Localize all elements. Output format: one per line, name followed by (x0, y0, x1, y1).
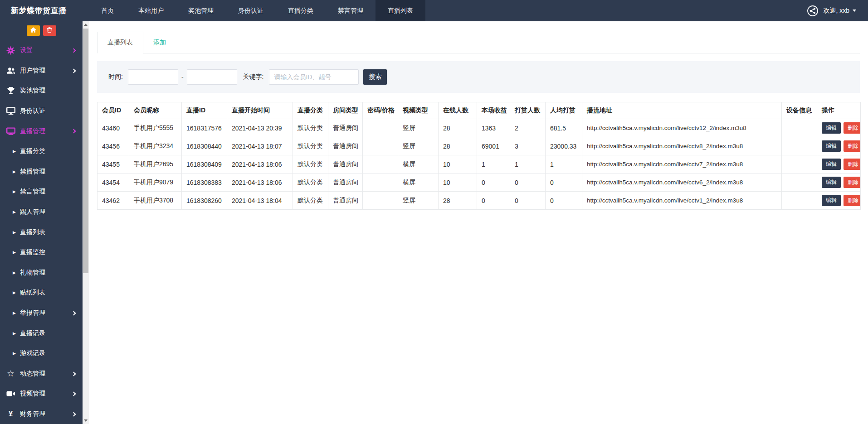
table-cell: 10 (439, 155, 477, 173)
search-button[interactable]: 搜索 (363, 69, 387, 85)
edit-button[interactable]: 编辑 (822, 195, 841, 206)
topbar: 新梦蝶带货直播 首页本站用户奖池管理身份认证直播分类禁言管理直播列表 欢迎, x… (0, 0, 868, 21)
star-icon: ☆ (6, 369, 15, 378)
table-cell: 1 (477, 155, 510, 173)
sidebar-item[interactable]: ▶直播监控 (0, 242, 83, 263)
sidebar-item-label: 禁言管理 (20, 188, 76, 196)
triangle-right-icon: ▶ (13, 270, 16, 275)
user-menu[interactable]: 欢迎, xxb (823, 7, 856, 15)
sidebar-item[interactable]: 设置 (0, 40, 83, 61)
table-cell: 手机用户3234 (129, 137, 182, 155)
sidebar-item[interactable]: ▶游戏记录 (0, 343, 83, 364)
sidebar-item[interactable]: ▶直播记录 (0, 323, 83, 343)
sidebar-scrollbar[interactable] (83, 21, 89, 424)
scroll-up-arrow[interactable] (83, 21, 89, 28)
table-cell: 手机用户9079 (129, 173, 182, 192)
scroll-down-arrow[interactable] (83, 417, 89, 424)
triangle-right-icon: ▶ (13, 169, 16, 174)
monitor-icon (6, 106, 15, 116)
table-cell (363, 192, 398, 210)
delete-button[interactable]: 删除 (844, 159, 861, 170)
sidebar-item[interactable]: ☆动态管理 (0, 364, 83, 384)
edit-button[interactable]: 编辑 (822, 177, 841, 188)
table-cell: 2021-04-13 18:06 (227, 173, 293, 192)
table-cell: 2 (510, 119, 546, 137)
scrollbar-thumb[interactable] (83, 29, 88, 273)
share-globe-icon[interactable] (807, 5, 819, 17)
trash-button[interactable] (43, 25, 56, 36)
delete-button[interactable]: 删除 (844, 122, 861, 134)
column-header: 直播分类 (293, 102, 328, 119)
sidebar-item[interactable]: ▶贴纸列表 (0, 283, 83, 303)
sidebar-item[interactable]: ▶直播分类 (0, 141, 83, 162)
table-cell: 1618308440 (182, 137, 227, 155)
table-cell: 手机用户2695 (129, 155, 182, 173)
edit-button[interactable]: 编辑 (822, 159, 841, 170)
sidebar-item-label: 贴纸列表 (20, 289, 76, 297)
table-cell: 横屏 (398, 173, 439, 192)
triangle-right-icon: ▶ (13, 230, 16, 235)
table-cell: 43456 (98, 137, 129, 155)
table-cell: 23000.33 (546, 137, 582, 155)
edit-button[interactable]: 编辑 (822, 140, 841, 152)
table-cell: 28 (439, 192, 477, 210)
filter-bar: 时间: - 关键字: 搜索 (97, 61, 860, 93)
sidebar-item[interactable]: ▶举报管理 (0, 303, 83, 323)
table-cell: 69001 (477, 137, 510, 155)
column-header: 设备信息 (782, 102, 817, 119)
sidebar-item[interactable]: ▶礼物管理 (0, 263, 83, 283)
main-content: 直播列表添加 时间: - 关键字: 搜索 会员ID会员昵称直播ID直播开始时间直… (89, 21, 868, 424)
sidebar-item[interactable]: ¥财务管理 (0, 404, 83, 424)
user-welcome-label: 欢迎, xxb (823, 7, 849, 15)
sidebar-item-label: 用户管理 (20, 67, 76, 75)
table-cell: 2021-04-13 20:39 (227, 119, 293, 137)
top-nav-item[interactable]: 首页 (89, 0, 126, 21)
gears-icon (6, 46, 15, 55)
sidebar-item[interactable]: 视频管理 (0, 384, 83, 404)
triangle-right-icon: ▶ (13, 351, 16, 356)
triangle-right-icon: ▶ (13, 250, 16, 255)
keyword-input[interactable] (269, 69, 359, 85)
top-nav-item[interactable]: 禁言管理 (326, 0, 375, 21)
sidebar-menu: 设置用户管理奖池管理身份认证直播管理▶直播分类▶禁播管理▶禁言管理▶踢人管理▶直… (0, 40, 83, 424)
table-cell: 0 (546, 173, 582, 192)
sidebar-item[interactable]: ▶直播列表 (0, 222, 83, 242)
column-header: 人均打赏 (546, 102, 582, 119)
sidebar-item[interactable]: 用户管理 (0, 61, 83, 81)
edit-button[interactable]: 编辑 (822, 122, 841, 134)
time-to-input[interactable] (187, 69, 237, 85)
sidebar-item[interactable]: 身份认证 (0, 101, 83, 121)
sidebar-item[interactable]: 奖池管理 (0, 81, 83, 101)
sidebar-item[interactable]: 直播管理 (0, 121, 83, 141)
table-cell: 28 (439, 119, 477, 137)
sidebar-item[interactable]: ▶踢人管理 (0, 202, 83, 222)
sidebar-item-label: 直播记录 (20, 329, 76, 337)
delete-button[interactable]: 删除 (844, 140, 861, 152)
table-row: 43454手机用户907916183083832021-04-13 18:06默… (98, 173, 861, 192)
sidebar-item[interactable]: ▶禁播管理 (0, 162, 83, 182)
top-nav-item[interactable]: 奖池管理 (176, 0, 226, 21)
sidebar-quick-buttons (0, 21, 83, 36)
top-nav-item[interactable]: 本站用户 (126, 0, 176, 21)
top-nav-item[interactable]: 身份认证 (226, 0, 276, 21)
brand-logo[interactable]: 新梦蝶带货直播 (0, 0, 89, 21)
table-cell: 1 (546, 155, 582, 173)
home-button[interactable] (27, 25, 40, 36)
topbar-right: 欢迎, xxb (807, 0, 868, 21)
table-row: 43456手机用户323416183084402021-04-13 18:07默… (98, 137, 861, 155)
range-separator: - (181, 73, 184, 81)
tab-live-list[interactable]: 直播列表 (97, 32, 143, 53)
column-header: 操作 (817, 102, 861, 119)
delete-button[interactable]: 删除 (844, 195, 861, 206)
sidebar-item-label: 身份认证 (20, 107, 76, 115)
top-nav-item[interactable]: 直播列表 (375, 0, 425, 21)
sidebar-item-label: 设置 (20, 46, 76, 54)
time-from-input[interactable] (128, 69, 178, 85)
monitor-icon (6, 126, 15, 136)
top-nav-item[interactable]: 直播分类 (276, 0, 326, 21)
delete-button[interactable]: 删除 (844, 177, 861, 188)
tab-add[interactable]: 添加 (143, 32, 176, 53)
actions-cell: 编辑删除 (817, 192, 861, 210)
sidebar-item-label: 视频管理 (20, 390, 76, 398)
sidebar-item[interactable]: ▶禁言管理 (0, 182, 83, 202)
